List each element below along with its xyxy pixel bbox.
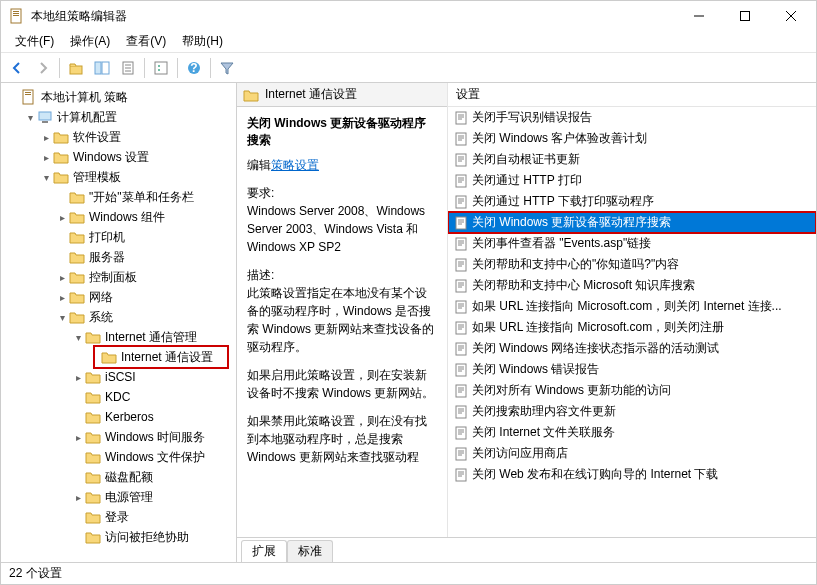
tree-time-service[interactable]: ▸Windows 时间服务 <box>1 427 236 447</box>
list-item[interactable]: 关闭手写识别错误报告 <box>448 107 816 128</box>
svg-rect-23 <box>456 196 466 208</box>
svg-rect-22 <box>456 175 466 187</box>
expander-icon[interactable]: ▸ <box>55 272 69 283</box>
nav-back-button[interactable] <box>5 56 29 80</box>
maximize-button[interactable] <box>722 1 768 31</box>
svg-rect-33 <box>456 406 466 418</box>
list-item[interactable]: 关闭 Windows 更新设备驱动程序搜索 <box>448 212 816 233</box>
main-area: 本地计算机 策略▾计算机配置▸软件设置▸Windows 设置▾管理模板"开始"菜… <box>1 83 816 562</box>
list-item[interactable]: 关闭事件查看器 "Events.asp"链接 <box>448 233 816 254</box>
tree-item-label: Internet 通信设置 <box>121 349 213 366</box>
list-item-label: 关闭自动根证书更新 <box>472 151 580 168</box>
list-item[interactable]: 关闭通过 HTTP 打印 <box>448 170 816 191</box>
expander-icon[interactable]: ▸ <box>55 212 69 223</box>
description-p3: 如果禁用此策略设置，则在没有找到本地驱动程序时，总是搜索 Windows 更新网… <box>247 412 437 466</box>
policy-title: 关闭 Windows 更新设备驱动程序搜索 <box>247 115 437 149</box>
tree-disk-quota[interactable]: 磁盘配额 <box>1 467 236 487</box>
tree-start-menu[interactable]: "开始"菜单和任务栏 <box>1 187 236 207</box>
expander-icon[interactable]: ▸ <box>55 292 69 303</box>
tree-windows-components[interactable]: ▸Windows 组件 <box>1 207 236 227</box>
expander-icon[interactable]: ▸ <box>71 372 85 383</box>
tree-access-denied[interactable]: 访问被拒绝协助 <box>1 527 236 547</box>
list-item-label: 关闭访问应用商店 <box>472 445 568 462</box>
tree-software-settings[interactable]: ▸软件设置 <box>1 127 236 147</box>
tree-item-label: KDC <box>105 390 130 404</box>
svg-rect-17 <box>39 112 51 120</box>
menu-action[interactable]: 操作(A) <box>62 31 118 52</box>
list-item[interactable]: 关闭通过 HTTP 下载打印驱动程序 <box>448 191 816 212</box>
export-list-button[interactable] <box>116 56 140 80</box>
list-item[interactable]: 关闭对所有 Windows 更新功能的访问 <box>448 380 816 401</box>
tree-network[interactable]: ▸网络 <box>1 287 236 307</box>
properties-button[interactable] <box>149 56 173 80</box>
svg-rect-28 <box>456 301 466 313</box>
list-item-label: 关闭 Web 发布和在线订购向导的 Internet 下载 <box>472 466 719 483</box>
toolbar: ? <box>1 53 816 83</box>
nav-forward-button[interactable] <box>31 56 55 80</box>
expander-icon[interactable]: ▾ <box>55 312 69 323</box>
up-level-button[interactable] <box>64 56 88 80</box>
list-item-label: 关闭事件查看器 "Events.asp"链接 <box>472 235 651 252</box>
tree-login[interactable]: 登录 <box>1 507 236 527</box>
list-item[interactable]: 关闭访问应用商店 <box>448 443 816 464</box>
list-item[interactable]: 关闭搜索助理内容文件更新 <box>448 401 816 422</box>
filter-button[interactable] <box>215 56 239 80</box>
expander-icon[interactable]: ▸ <box>71 432 85 443</box>
policy-list[interactable]: 设置 关闭手写识别错误报告关闭 Windows 客户体验改善计划关闭自动根证书更… <box>447 83 816 537</box>
svg-rect-15 <box>25 92 31 93</box>
edit-policy-link[interactable]: 策略设置 <box>271 158 319 172</box>
svg-rect-27 <box>456 280 466 292</box>
tree-windows-settings[interactable]: ▸Windows 设置 <box>1 147 236 167</box>
list-item[interactable]: 关闭 Web 发布和在线订购向导的 Internet 下载 <box>448 464 816 485</box>
tab-extended[interactable]: 扩展 <box>241 540 287 562</box>
close-button[interactable] <box>768 1 814 31</box>
menu-file[interactable]: 文件(F) <box>7 31 62 52</box>
tree-server[interactable]: 服务器 <box>1 247 236 267</box>
requirements-label: 要求: <box>247 186 274 200</box>
list-item[interactable]: 关闭 Windows 网络连接状态指示器的活动测试 <box>448 338 816 359</box>
list-item[interactable]: 关闭自动根证书更新 <box>448 149 816 170</box>
list-item-label: 如果 URL 连接指向 Microsoft.com，则关闭注册 <box>472 319 724 336</box>
list-item[interactable]: 关闭帮助和支持中心 Microsoft 知识库搜索 <box>448 275 816 296</box>
tree-pane[interactable]: 本地计算机 策略▾计算机配置▸软件设置▸Windows 设置▾管理模板"开始"菜… <box>1 83 237 562</box>
tree-system[interactable]: ▾系统 <box>1 307 236 327</box>
tree-kdc[interactable]: KDC <box>1 387 236 407</box>
tree-internet-settings[interactable]: Internet 通信设置 <box>1 347 236 367</box>
tree-computer-config[interactable]: ▾计算机配置 <box>1 107 236 127</box>
show-hide-tree-button[interactable] <box>90 56 114 80</box>
list-item[interactable]: 如果 URL 连接指向 Microsoft.com，则关闭注册 <box>448 317 816 338</box>
expander-icon[interactable]: ▸ <box>39 132 53 143</box>
tree-control-panel[interactable]: ▸控制面板 <box>1 267 236 287</box>
svg-point-11 <box>158 69 160 71</box>
tree-printers[interactable]: 打印机 <box>1 227 236 247</box>
menu-help[interactable]: 帮助(H) <box>174 31 231 52</box>
tree-admin-templates[interactable]: ▾管理模板 <box>1 167 236 187</box>
list-item-label: 关闭 Windows 网络连接状态指示器的活动测试 <box>472 340 719 357</box>
expander-icon[interactable]: ▾ <box>71 332 85 343</box>
tree-kerberos[interactable]: Kerberos <box>1 407 236 427</box>
list-item[interactable]: 关闭 Internet 文件关联服务 <box>448 422 816 443</box>
tree-root[interactable]: 本地计算机 策略 <box>1 87 236 107</box>
expander-icon[interactable]: ▾ <box>39 172 53 183</box>
edit-label: 编辑 <box>247 158 271 172</box>
expander-icon[interactable]: ▸ <box>71 492 85 503</box>
help-button[interactable]: ? <box>182 56 206 80</box>
tree-item-label: 电源管理 <box>105 489 153 506</box>
list-item[interactable]: 关闭 Windows 客户体验改善计划 <box>448 128 816 149</box>
svg-rect-35 <box>456 448 466 460</box>
tree-internet-mgmt[interactable]: ▾Internet 通信管理 <box>1 327 236 347</box>
minimize-button[interactable] <box>676 1 722 31</box>
expander-icon[interactable]: ▸ <box>39 152 53 163</box>
list-item[interactable]: 关闭 Windows 错误报告 <box>448 359 816 380</box>
tree-file-protection[interactable]: Windows 文件保护 <box>1 447 236 467</box>
tree-iscsi[interactable]: ▸iSCSI <box>1 367 236 387</box>
menu-view[interactable]: 查看(V) <box>118 31 174 52</box>
tree-power-mgmt[interactable]: ▸电源管理 <box>1 487 236 507</box>
list-column-header[interactable]: 设置 <box>448 83 816 107</box>
tab-standard[interactable]: 标准 <box>287 540 333 562</box>
tree-item-label: 打印机 <box>89 229 125 246</box>
list-item[interactable]: 如果 URL 连接指向 Microsoft.com，则关闭 Internet 连… <box>448 296 816 317</box>
list-item[interactable]: 关闭帮助和支持中心的"你知道吗?"内容 <box>448 254 816 275</box>
svg-rect-24 <box>456 217 466 229</box>
expander-icon[interactable]: ▾ <box>23 112 37 123</box>
